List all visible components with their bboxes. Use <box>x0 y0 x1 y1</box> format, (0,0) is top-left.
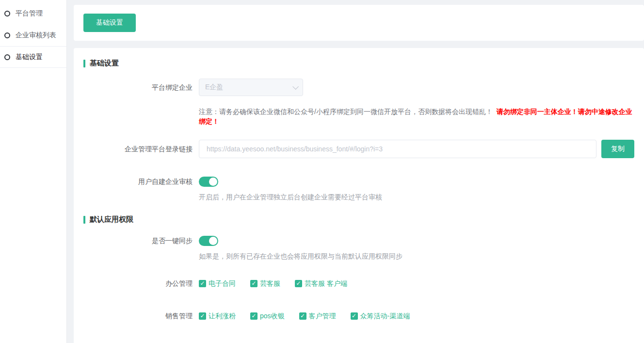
app-checkbox[interactable]: ✓电子合同 <box>199 278 236 289</box>
platform-enterprise-value: E企盈 <box>205 83 223 92</box>
sidebar-item-label: 平台管理 <box>16 9 43 18</box>
self-build-audit-help: 开启后，用户在企业管理独立后台创建企业需要经过平台审核 <box>199 193 634 201</box>
app-group-label: 办公管理 <box>83 278 199 289</box>
login-link-label: 企业管理平台登录链接 <box>83 140 199 158</box>
app-checkbox[interactable]: ✓pos收银 <box>250 310 285 321</box>
sidebar-item-enterprise-audit-list[interactable]: 企业审核列表 <box>0 24 66 46</box>
circle-icon <box>4 33 10 38</box>
self-build-audit-label: 用户自建企业审核 <box>83 177 199 187</box>
one-key-sync-label: 是否一键同步 <box>83 236 199 246</box>
sidebar-item-label: 基础设置 <box>16 53 43 62</box>
platform-enterprise-select[interactable]: E企盈 <box>199 79 303 96</box>
app-checkbox[interactable]: ✓客户管理 <box>299 310 336 321</box>
settings-card: 基础设置 平台绑定企业 E企盈 注意：请务必确保该企业微信和公众号/小程序绑定到… <box>74 48 644 343</box>
checkbox-checked-icon: ✓ <box>295 280 302 287</box>
checkbox-checked-icon: ✓ <box>250 280 258 287</box>
platform-enterprise-row: 平台绑定企业 E企盈 注意：请务必确保该企业微信和公众号/小程序绑定到同一微信开… <box>83 79 634 126</box>
main-area: 基础设置 基础设置 平台绑定企业 E企盈 注意：请务必确保该企业微信和公众号/小… <box>67 0 644 343</box>
app-checkbox-label: 让利涨粉 <box>209 310 236 321</box>
chevron-down-icon <box>292 83 299 90</box>
app-group-row-office-management: 办公管理✓电子合同✓芸客服✓芸客服 客户端 <box>83 278 634 289</box>
section-title-text: 默认应用权限 <box>90 215 133 224</box>
sidebar: 平台管理企业审核列表基础设置 <box>0 0 67 343</box>
app-group-label: 销售管理 <box>83 310 199 321</box>
app-checkbox[interactable]: ✓众筹活动-渠道端 <box>351 310 410 321</box>
app-checkbox-label: 电子合同 <box>209 278 236 289</box>
checkbox-checked-icon: ✓ <box>199 312 206 320</box>
basic-settings-button[interactable]: 基础设置 <box>83 14 136 32</box>
note-gray-text: 注意：请务必确保该企业微信和公众号/小程序绑定到同一微信开放平台，否则数据将会出… <box>199 108 493 115</box>
one-key-sync-toggle[interactable] <box>199 236 218 246</box>
sidebar-menu: 平台管理企业审核列表基础设置 <box>0 2 66 68</box>
checkbox-checked-icon: ✓ <box>199 280 206 287</box>
one-key-sync-row: 是否一键同步 如果是，则所有已存在企业也会将应用权限与当前默认应用权限同步 <box>83 236 634 261</box>
section-default-permissions: 默认应用权限 <box>83 215 634 224</box>
app-checkbox-label: 众筹活动-渠道端 <box>360 310 410 321</box>
copy-button[interactable]: 复制 <box>601 140 634 158</box>
app-checkbox-label: 芸客服 客户端 <box>305 278 347 289</box>
app-checkbox[interactable]: ✓芸客服 <box>250 278 280 289</box>
login-link-input[interactable] <box>199 140 596 158</box>
app-permission-groups: 办公管理✓电子合同✓芸客服✓芸客服 客户端销售管理✓让利涨粉✓pos收银✓客户管… <box>83 278 634 343</box>
app-checkbox-label: 芸客服 <box>260 278 280 289</box>
section-bar-icon <box>83 60 85 67</box>
section-title-text: 基础设置 <box>90 59 119 68</box>
app-group-row-sales-management: 销售管理✓让利涨粉✓pos收银✓客户管理✓众筹活动-渠道端 <box>83 310 634 321</box>
section-bar-icon <box>83 216 85 224</box>
checkbox-checked-icon: ✓ <box>250 312 258 320</box>
app-checkbox[interactable]: ✓让利涨粉 <box>199 310 236 321</box>
circle-icon <box>4 11 10 16</box>
section-basic-settings: 基础设置 <box>83 59 634 68</box>
login-link-row: 企业管理平台登录链接 复制 <box>83 140 634 158</box>
app-checkbox-label: 客户管理 <box>309 310 336 321</box>
app-checkbox[interactable]: ✓芸客服 客户端 <box>295 278 347 289</box>
sidebar-item-platform-management[interactable]: 平台管理 <box>0 2 66 24</box>
toolbar-card: 基础设置 <box>74 5 644 41</box>
sidebar-item-label: 企业审核列表 <box>16 31 56 40</box>
circle-icon <box>4 54 10 60</box>
platform-enterprise-label: 平台绑定企业 <box>83 79 199 96</box>
one-key-sync-help: 如果是，则所有已存在企业也会将应用权限与当前默认应用权限同步 <box>199 252 634 261</box>
self-build-audit-row: 用户自建企业审核 开启后，用户在企业管理独立后台创建企业需要经过平台审核 <box>83 177 634 201</box>
platform-enterprise-note: 注意：请务必确保该企业微信和公众号/小程序绑定到同一微信开放平台，否则数据将会出… <box>199 107 634 126</box>
app-checkbox-label: pos收银 <box>260 310 285 321</box>
checkbox-checked-icon: ✓ <box>351 312 358 320</box>
sidebar-item-basic-settings[interactable]: 基础设置 <box>0 46 66 68</box>
self-build-audit-toggle[interactable] <box>199 177 218 187</box>
checkbox-checked-icon: ✓ <box>299 312 306 320</box>
